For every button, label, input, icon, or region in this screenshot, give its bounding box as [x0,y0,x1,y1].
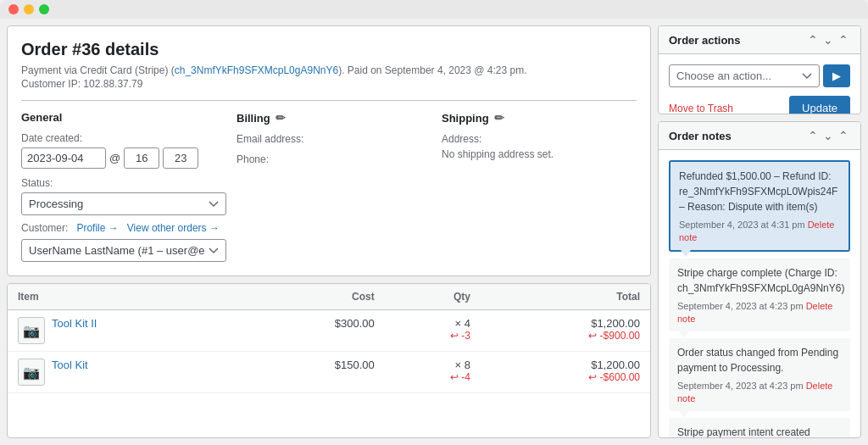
order-actions-header: Order actions ⌃ ⌄ ⌃ [659,26,860,54]
order-notes-body: Refunded $1,500.00 – Refund ID: re_3NmfY… [659,150,860,438]
right-panel: Order actions ⌃ ⌄ ⌃ Choose an action... … [658,25,861,438]
delete-note-link[interactable]: Delete note [677,301,832,324]
order-notes-header: Order notes ⌃ ⌄ ⌃ [659,122,860,150]
note-triangle [679,411,689,418]
notes-collapse-down[interactable]: ⌄ [821,129,835,142]
table-row: 📷 Tool Kit $150.00 × 8 ↩ -4 $1,200.00 ↩ … [8,352,650,393]
notes-collapse-up[interactable]: ⌃ [806,129,820,142]
minimize-btn[interactable] [24,4,34,14]
item-thumbnail: 📷 [18,317,45,344]
note-text: Stripe charge complete (Charge ID: ch_3N… [677,265,842,296]
note-text: Refunded $1,500.00 – Refund ID: re_3NmfY… [679,169,840,214]
billing-section: Billing ✏ Email address: Phone: [226,111,431,262]
note-item: Order status changed from Pending paymen… [669,338,850,411]
note-item: Refunded $1,500.00 – Refund ID: re_3NmfY… [669,160,850,252]
items-card: Item Cost Qty Total 📷 Tool Kit II $300.0… [7,283,651,438]
email-label: Email address: [236,133,421,145]
at-symbol: @ [109,152,120,164]
view-orders-link[interactable]: View other orders → [127,222,220,234]
note-text: Order status changed from Pending paymen… [677,345,842,375]
item-name-link[interactable]: Tool Kit II [52,317,97,330]
order-actions-title: Order actions [669,34,741,47]
order-notes-card: Order notes ⌃ ⌄ ⌃ Refunded $1,500.00 – R… [658,121,861,438]
left-panel: Order #36 details Payment via Credit Car… [7,25,651,438]
items-table: Item Cost Qty Total 📷 Tool Kit II $300.0… [8,284,650,393]
trash-update-row: Move to Trash Update [669,96,850,114]
general-section: General Date created: @ Status: Processi… [21,111,226,262]
status-select[interactable]: Processing [21,192,226,215]
note-timestamp: September 4, 2023 at 4:31 pm Delete note [679,220,834,242]
order-actions-arrows: ⌃ ⌄ ⌃ [806,33,850,47]
date-label: Date created: [21,132,226,144]
billing-heading: Billing ✏ [236,111,421,125]
page-title: Order #36 details [21,40,637,59]
customer-links: Customer: Profile → View other orders → [21,222,226,234]
note-item: Stripe charge complete (Charge ID: ch_3N… [669,259,850,331]
go-button[interactable]: ▶ [823,64,850,87]
profile-link[interactable]: Profile → [76,222,118,234]
item-cost: $150.00 [242,352,385,393]
notes-collapse-toggle[interactable]: ⌃ [837,129,850,142]
delete-note-link[interactable]: Delete note [677,381,832,403]
billing-edit-icon[interactable]: ✏ [275,111,286,125]
note-timestamp: September 4, 2023 at 4:23 pm Delete note [677,301,832,324]
update-button[interactable]: Update [789,96,850,114]
table-header-row: Item Cost Qty Total [8,284,650,310]
time-hour-input[interactable] [124,147,159,169]
order-details-card: Order #36 details Payment via Credit Car… [7,25,651,276]
order-actions-body: Choose an action... ▶ Move to Trash Upda… [659,54,860,114]
shipping-edit-icon[interactable]: ✏ [494,111,504,125]
order-notes-arrows: ⌃ ⌄ ⌃ [806,129,850,142]
customer-ip: Customer IP: 102.88.37.79 [21,78,637,90]
note-triangle [679,331,689,338]
note-text: Stripe payment intent created (Payment I… [677,425,842,438]
note-timestamp: September 4, 2023 at 4:23 pm Delete note [677,381,832,403]
col-cost: Cost [242,284,385,310]
item-name-link[interactable]: Tool Kit [52,359,88,371]
stripe-charge-link[interactable]: ch_3NmfYkFh9SFXMcpL0gA9NnY6 [175,64,338,76]
table-row: 📷 Tool Kit II $300.00 × 4 ↩ -3 $1,200.00… [8,310,650,352]
address-value: No shipping address set. [442,148,626,160]
phone-label: Phone: [236,153,421,165]
shipping-section: Shipping ✏ Address: No shipping address … [431,111,637,262]
item-qty: × 8 ↩ -4 [385,352,481,393]
status-label: Status: [21,177,226,189]
time-min-input[interactable] [163,147,198,169]
item-total: $1,200.00 ↩ -$600.00 [481,352,650,393]
customer-label: Customer: [21,222,68,234]
item-total: $1,200.00 ↩ -$900.00 [481,310,650,352]
collapse-up-btn[interactable]: ⌃ [806,33,820,47]
note-item: Stripe payment intent created (Payment I… [669,418,850,438]
order-actions-card: Order actions ⌃ ⌄ ⌃ Choose an action... … [658,25,861,114]
item-qty: × 4 ↩ -3 [385,310,481,352]
date-row: @ [21,147,226,169]
order-notes-title: Order notes [669,130,732,142]
action-select-row: Choose an action... ▶ [669,64,850,87]
move-to-trash-link[interactable]: Move to Trash [669,103,733,114]
divider [21,100,637,101]
window-chrome [0,0,868,19]
collapse-toggle-btn[interactable]: ⌃ [837,33,850,47]
delete-note-link[interactable]: Delete note [679,220,834,242]
address-label: Address: [442,133,626,145]
item-cost: $300.00 [242,310,385,352]
note-triangle [681,250,691,257]
col-total: Total [481,284,650,310]
col-item: Item [8,284,242,310]
close-btn[interactable] [8,4,19,14]
col-qty: Qty [385,284,481,310]
general-heading: General [21,111,226,124]
action-select[interactable]: Choose an action... [669,64,820,87]
item-thumbnail: 📷 [18,359,45,386]
maximize-btn[interactable] [39,4,49,14]
order-payment-meta: Payment via Credit Card (Stripe) (ch_3Nm… [21,64,637,76]
customer-select[interactable]: UserName LastName (#1 – user@exa... × [21,239,226,262]
order-fields-grid: General Date created: @ Status: Processi… [21,111,637,262]
collapse-down-btn[interactable]: ⌄ [821,33,835,47]
shipping-heading: Shipping ✏ [442,111,626,125]
date-input[interactable] [21,147,106,169]
